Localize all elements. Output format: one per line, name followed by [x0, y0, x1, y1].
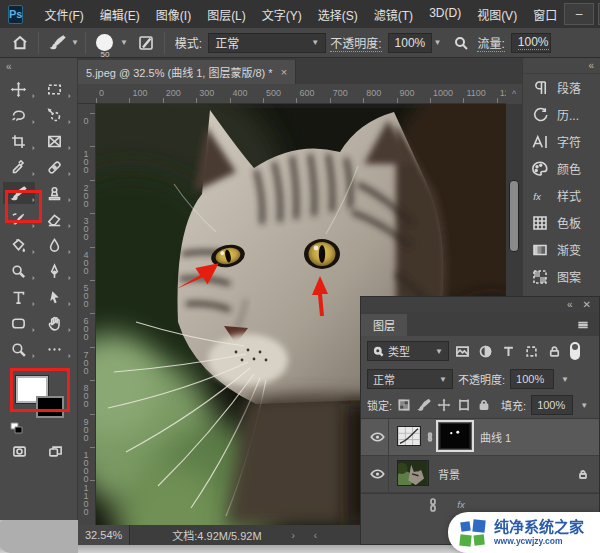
layer-thumbnail[interactable]	[397, 460, 429, 488]
minimize-button[interactable]: –	[564, 3, 594, 25]
opacity-input[interactable]: 100%	[388, 33, 432, 53]
type-tool[interactable]	[3, 286, 35, 308]
zoom-tool[interactable]	[3, 338, 35, 360]
eraser-tool[interactable]	[39, 208, 71, 230]
vruler-tick-500: 500	[81, 283, 91, 307]
menu-item-2[interactable]: 图像(I)	[149, 3, 198, 26]
search-icon[interactable]	[449, 31, 473, 55]
crop-tool[interactable]	[3, 130, 35, 152]
link-layers-icon[interactable]	[425, 497, 441, 513]
healing-brush-tool[interactable]	[39, 156, 71, 178]
layer-name[interactable]: 曲线 1	[480, 429, 511, 445]
dodge-tool[interactable]	[3, 260, 35, 282]
menu-item-5[interactable]: 选择(S)	[311, 3, 365, 26]
filter-type-select[interactable]: 类型 ▼	[367, 341, 449, 361]
menu-item-1[interactable]: 编辑(E)	[93, 3, 147, 26]
menu-item-7[interactable]: 3D(D)	[422, 3, 468, 26]
layer-blend-mode-select[interactable]: 正常 ▼	[367, 369, 453, 389]
layer-filter-toggle[interactable]	[570, 342, 580, 360]
dock-panel-2[interactable]: 字符	[523, 128, 600, 155]
menu-item-3[interactable]: 图层(L)	[200, 3, 253, 26]
chevron-down-icon[interactable]: ▼	[434, 38, 442, 47]
move-tool[interactable]	[3, 78, 35, 100]
scrollbar-thumb[interactable]	[509, 180, 519, 252]
layer-style-fx-icon[interactable]: fx	[455, 497, 471, 513]
lock-all-icon[interactable]	[477, 398, 492, 413]
dock-panel-0[interactable]: 段落	[523, 74, 600, 101]
pen-tool[interactable]	[39, 260, 71, 282]
layer-mask-thumbnail[interactable]	[439, 423, 471, 451]
zoom-level-field[interactable]: 32.54%	[78, 525, 130, 545]
chevron-down-icon[interactable]: ▼	[71, 38, 79, 47]
lasso-tool[interactable]	[3, 104, 35, 126]
blur-tool[interactable]	[39, 234, 71, 256]
brush-tool-icon[interactable]	[45, 31, 69, 55]
blend-mode-select[interactable]: 正常 ▼	[208, 33, 326, 53]
frame-tool[interactable]	[39, 130, 71, 152]
brush-tool[interactable]	[3, 182, 35, 204]
quick-mask-button[interactable]	[3, 440, 35, 462]
tab-close-icon[interactable]: ×	[281, 66, 287, 78]
menu-item-6[interactable]: 滤镜(T)	[367, 3, 420, 26]
dock-panel-5[interactable]: 色板	[523, 209, 600, 236]
marquee-tool[interactable]	[39, 78, 71, 100]
lock-artboard-icon[interactable]	[457, 398, 472, 413]
layer-row-0[interactable]: 曲线 1	[361, 419, 599, 456]
collapse-panel-icon[interactable]: «	[567, 299, 573, 310]
collapse-dock-icon[interactable]: «	[588, 60, 594, 71]
menu-item-4[interactable]: 文字(Y)	[255, 3, 309, 26]
mask-link-icon[interactable]	[425, 429, 435, 445]
document-tab[interactable]: 5.jpeg @ 32.5% (曲线 1, 图层蒙版/8) * ×	[78, 60, 296, 84]
filter-pixel-layers-icon[interactable]	[453, 342, 472, 361]
chevron-down-icon[interactable]: ▼	[120, 38, 128, 47]
layer-name[interactable]: 背景	[438, 466, 460, 482]
menu-item-9[interactable]: 窗口	[526, 3, 564, 26]
clone-stamp-tool[interactable]	[39, 182, 71, 204]
menu-item-0[interactable]: 文件(F)	[37, 3, 90, 26]
layer-opacity-input[interactable]: 100%	[510, 369, 554, 389]
lock-transparency-icon[interactable]	[397, 398, 412, 413]
screen-mode-button[interactable]	[39, 440, 71, 462]
path-selection-tool[interactable]	[39, 286, 71, 308]
dock-panel-7[interactable]: 图案	[523, 263, 600, 290]
chevron-down-icon[interactable]: ▼	[580, 401, 588, 410]
toggle-brush-settings-icon[interactable]	[134, 31, 158, 55]
panel-menu-icon[interactable]	[575, 314, 591, 336]
shape-tool[interactable]	[3, 312, 35, 334]
collapse-tools-icon[interactable]: «	[0, 58, 77, 72]
layer-row-1[interactable]: 背景	[361, 456, 599, 493]
curves-thumbnail[interactable]	[397, 426, 421, 448]
default-colors-icon[interactable]	[10, 422, 24, 434]
layer-visibility-eye-icon[interactable]	[367, 456, 389, 492]
quick-selection-tool[interactable]	[39, 104, 71, 126]
scroll-up-icon[interactable]: ^	[506, 84, 522, 104]
tab-layers[interactable]: 图层	[361, 314, 407, 336]
close-panel-icon[interactable]: ✕	[583, 299, 591, 310]
dock-panel-1[interactable]: 历...	[523, 101, 600, 128]
lock-pixels-icon[interactable]	[417, 398, 432, 413]
filter-type-layers-icon[interactable]	[499, 342, 518, 361]
layer-fill-input[interactable]: 100%	[531, 395, 573, 415]
dock-panel-3[interactable]: 颜色	[523, 155, 600, 182]
filter-smart-objects-icon[interactable]	[545, 342, 564, 361]
hand-tool[interactable]	[39, 312, 71, 334]
opacity-label[interactable]: 不透明度:	[330, 34, 381, 52]
flow-input[interactable]: 100%	[511, 33, 551, 53]
chevron-down-icon[interactable]: ▼	[561, 375, 569, 384]
brush-preset-picker[interactable]: 50	[92, 30, 118, 56]
menu-item-8[interactable]: 视图(V)	[470, 3, 524, 26]
history-brush-tool[interactable]	[3, 208, 35, 230]
status-arrows-icon[interactable]: › ‹	[292, 530, 325, 541]
home-icon[interactable]	[8, 31, 32, 55]
flow-label[interactable]: 流量:	[477, 34, 504, 52]
edit-toolbar[interactable]	[39, 338, 71, 360]
layer-visibility-eye-icon[interactable]	[367, 419, 389, 455]
paint-bucket-tool[interactable]	[3, 234, 35, 256]
dock-panel-6[interactable]: 渐变	[523, 236, 600, 263]
dock-panel-4[interactable]: fx样式	[523, 182, 600, 209]
eyedropper-tool[interactable]	[3, 156, 35, 178]
filter-adjustment-layers-icon[interactable]	[476, 342, 495, 361]
background-color-swatch[interactable]	[36, 396, 64, 418]
filter-shape-layers-icon[interactable]	[522, 342, 541, 361]
lock-position-icon[interactable]	[437, 398, 452, 413]
